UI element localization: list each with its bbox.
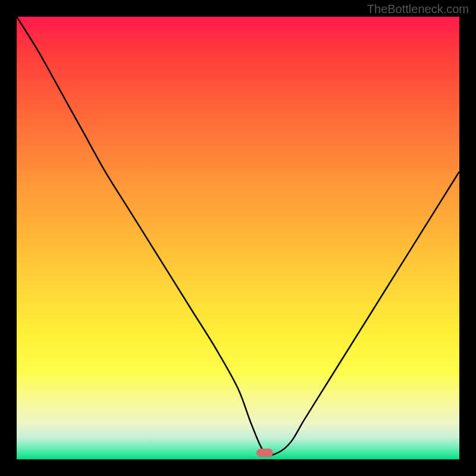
optimal-marker	[256, 449, 273, 457]
watermark-text: TheBottleneck.com	[367, 2, 469, 16]
curve-svg	[17, 17, 459, 459]
bottleneck-curve	[17, 17, 459, 455]
plot-area	[17, 17, 459, 459]
